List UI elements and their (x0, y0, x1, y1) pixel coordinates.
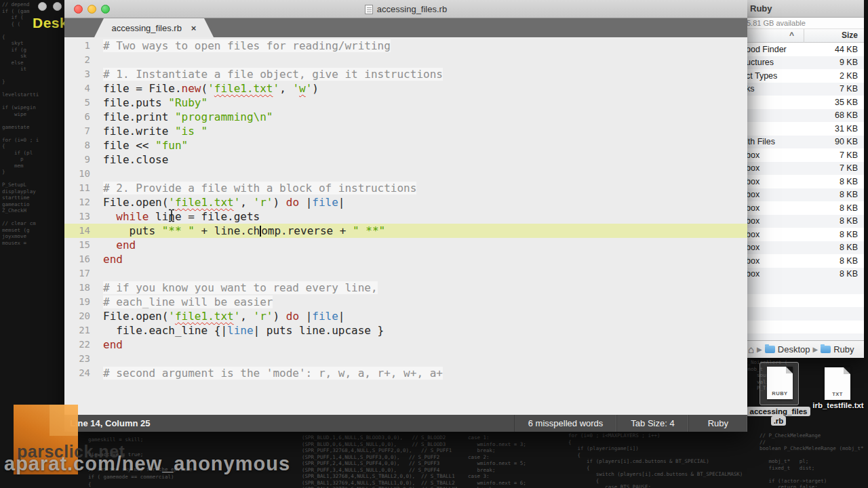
code-line[interactable]: 1# Two ways to open files for reading/wr… (64, 39, 747, 53)
finder-file-row[interactable]: box8 KB (745, 268, 864, 281)
code-line[interactable]: 5file.puts "Ruby" (64, 96, 747, 110)
finder-file-row[interactable]: uctures9 KB (745, 56, 864, 70)
ruby-file-icon[interactable]: RUBY (767, 367, 793, 399)
file-size: 8 KB (822, 203, 864, 213)
code-line[interactable]: 22end (64, 338, 747, 352)
line-number: 1 (64, 39, 90, 53)
file-name: ct Types (745, 71, 822, 81)
file-size: 68 KB (822, 110, 864, 120)
code-line[interactable]: 12File.open('file1.txt', 'r') do |file| (64, 195, 747, 209)
code-line[interactable]: 14 puts "** " + line.chomp.reverse + " *… (64, 224, 747, 238)
line-number: 16 (64, 252, 90, 266)
finder-file-row[interactable]: box8 KB (745, 175, 864, 188)
code-line[interactable]: 24# second argument is the 'mode': r, w,… (64, 366, 747, 380)
finder-file-row[interactable]: ks7 KB (745, 83, 864, 96)
code-line[interactable]: 18# if you know you want to read every l… (64, 281, 747, 295)
code-line[interactable]: 9file.close (64, 152, 747, 167)
file-name: lth Files (745, 137, 822, 146)
code-line[interactable]: 16end (64, 252, 747, 266)
path-item-ruby[interactable]: Ruby (833, 344, 854, 354)
file-size: 7 KB (822, 84, 864, 94)
ibeam-cursor-icon (167, 209, 176, 225)
code-line[interactable]: 20File.open('file1.txt', 'r') do |file| (64, 309, 747, 323)
finder-file-row[interactable]: ct Types2 KB (745, 69, 864, 83)
code-area[interactable]: 1# Two ways to open files for reading/wr… (64, 37, 747, 415)
txt-file-label[interactable]: irb_testfile.txt (807, 401, 868, 409)
code-line[interactable]: 6file.print "programming\n" (64, 110, 747, 124)
finder-file-row[interactable]: box8 KB (745, 254, 864, 268)
file-size: 8 KB (822, 216, 864, 226)
finder-file-row[interactable]: 68 KB (745, 109, 864, 123)
editor-tab-bar: accessing_files.rb × (64, 18, 747, 37)
tab-close-icon[interactable]: × (191, 23, 197, 33)
file-name: ood Finder (745, 45, 822, 54)
chevron-right-icon: ▶ (812, 346, 818, 353)
file-name: box (745, 216, 822, 226)
code-line[interactable]: 7file.write "is " (64, 124, 747, 138)
tab-size-status[interactable]: Tab Size: 4 (616, 415, 688, 432)
code-line[interactable]: 15 end (64, 238, 747, 252)
wallpaper-code-text: case 1: wminfo.next = 3; break; case 2: … (468, 434, 526, 488)
file-name: ks (745, 84, 822, 94)
code-line[interactable]: 17 (64, 266, 747, 281)
file-size: 8 KB (822, 177, 864, 186)
file-name: box (745, 190, 822, 199)
txt-file-badge: TXT (825, 391, 850, 397)
file-name: box (745, 203, 822, 213)
editor-title-bar: accessing_files.rb (64, 0, 747, 18)
line-number: 7 (64, 124, 90, 138)
finder-title: Ruby (745, 0, 864, 18)
finder-file-row[interactable]: box8 KB (745, 228, 864, 241)
line-number: 14 (64, 224, 90, 238)
path-item-desktop[interactable]: Desktop (778, 344, 810, 354)
inactive-traffic-light-icon[interactable] (38, 2, 47, 11)
code-line[interactable]: 4file = File.new('file1.txt', 'w') (64, 81, 747, 96)
finder-file-row[interactable]: lth Files90 KB (745, 136, 864, 149)
line-number: 17 (64, 266, 90, 281)
finder-file-row[interactable]: box8 KB (745, 241, 864, 255)
code-line[interactable]: 11# 2. Provide a file with a block of in… (64, 181, 747, 195)
finder-file-row[interactable]: box7 KB (745, 162, 864, 176)
selected-icon-box[interactable]: RUBY (760, 362, 799, 405)
finder-file-row[interactable]: box8 KB (745, 188, 864, 202)
finder-file-row[interactable]: ood Finder44 KB (745, 43, 864, 56)
file-name: box (745, 177, 822, 186)
ruby-file-label[interactable]: accessing_files .rb (746, 407, 811, 426)
finder-file-row[interactable]: box8 KB (745, 201, 864, 215)
finder-column-header[interactable]: ^ Size (745, 29, 864, 43)
home-icon[interactable]: ⌂ (748, 344, 754, 354)
file-size: 90 KB (822, 137, 864, 146)
inactive-traffic-light-icon[interactable] (53, 2, 62, 11)
language-status[interactable]: Ruby (688, 415, 747, 432)
editor-status-bar: Line 14, Column 25 6 misspelled words Ta… (64, 415, 747, 432)
file-size: 44 KB (822, 45, 864, 54)
file-name: box (745, 256, 822, 266)
finder-file-row[interactable]: 31 KB (745, 122, 864, 136)
size-column-header[interactable]: Size (842, 30, 858, 40)
line-number: 6 (64, 110, 90, 124)
finder-path-bar: ⌂ ▶ Desktop ▶ Ruby (745, 340, 864, 358)
tab-accessing-files[interactable]: accessing_files.rb × (94, 18, 214, 37)
line-number: 8 (64, 138, 90, 152)
txt-file-icon[interactable]: TXT (825, 367, 850, 400)
file-size: 9 KB (822, 58, 864, 67)
sort-ascending-icon[interactable]: ^ (789, 30, 794, 40)
line-number: 5 (64, 96, 90, 110)
file-size: 7 KB (822, 163, 864, 173)
spellcheck-status[interactable]: 6 misspelled words (514, 415, 617, 432)
code-line[interactable]: 10 (64, 167, 747, 181)
finder-file-row[interactable]: 35 KB (745, 96, 864, 109)
code-line[interactable]: 19# each_line will be easier (64, 295, 747, 309)
code-line[interactable]: 23 (64, 352, 747, 366)
cursor-position-status: Line 14, Column 25 (64, 418, 514, 428)
finder-available-space: 5.81 GB available (745, 18, 864, 29)
file-size: 8 KB (822, 230, 864, 239)
code-line[interactable]: 8file << "fun" (64, 138, 747, 152)
column-divider (804, 29, 804, 43)
aparat-watermark: aparat.com/new_anonymous (4, 453, 290, 475)
finder-file-row[interactable]: box8 KB (745, 215, 864, 228)
code-line[interactable]: 3# 1. Instantiate a file object, give it… (64, 67, 747, 81)
code-line[interactable]: 21 file.each_line {|line| puts line.upca… (64, 323, 747, 338)
code-line[interactable]: 2 (64, 53, 747, 67)
finder-file-row[interactable]: box7 KB (745, 148, 864, 162)
